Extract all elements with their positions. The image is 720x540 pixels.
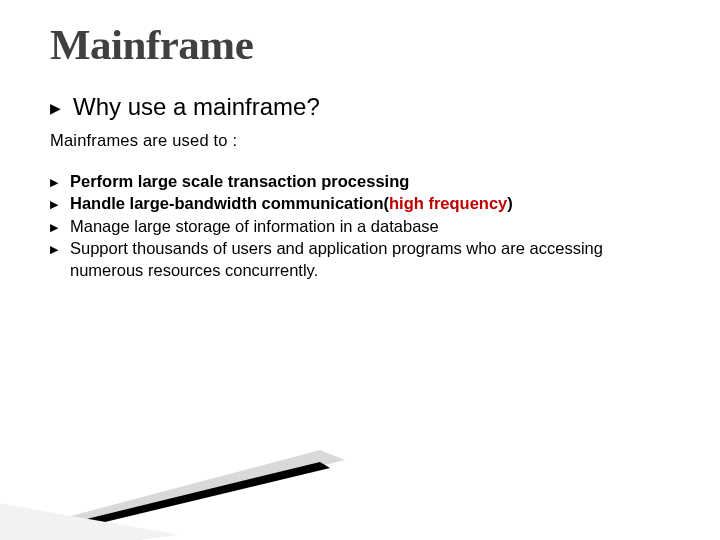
list-item: ▶ Perform large scale transaction proces… bbox=[50, 170, 670, 192]
list-item: ▶ Support thousands of users and applica… bbox=[50, 237, 670, 282]
subheading-row: ▶ Why use a mainframe? bbox=[50, 93, 670, 121]
svg-marker-1 bbox=[0, 462, 330, 540]
intro-text: Mainframes are used to : bbox=[50, 131, 670, 150]
bullet-prefix: Handle large-bandwidth communication( bbox=[70, 194, 389, 212]
bullet-highlight: high frequency bbox=[389, 194, 507, 212]
svg-marker-2 bbox=[0, 500, 180, 540]
chevron-right-icon: ▶ bbox=[50, 242, 58, 257]
chevron-right-icon: ▶ bbox=[50, 197, 58, 212]
bullet-text: Manage large storage of information in a… bbox=[70, 215, 670, 237]
bullet-suffix: ) bbox=[507, 194, 513, 212]
chevron-right-icon: ▶ bbox=[50, 220, 58, 235]
bullet-text: Support thousands of users and applicati… bbox=[70, 237, 670, 282]
bullet-text: Handle large-bandwidth communication(hig… bbox=[70, 192, 670, 214]
bullet-text: Perform large scale transaction processi… bbox=[70, 170, 670, 192]
bullet-list: ▶ Perform large scale transaction proces… bbox=[50, 170, 670, 281]
slide-title: Mainframe bbox=[50, 20, 670, 69]
list-item: ▶ Handle large-bandwidth communication(h… bbox=[50, 192, 670, 214]
chevron-right-icon: ▶ bbox=[50, 100, 61, 116]
subheading-text: Why use a mainframe? bbox=[73, 93, 320, 121]
chevron-right-icon: ▶ bbox=[50, 175, 58, 190]
list-item: ▶ Manage large storage of information in… bbox=[50, 215, 670, 237]
svg-marker-0 bbox=[0, 450, 345, 540]
decorative-wedge-icon bbox=[0, 430, 350, 540]
slide: Mainframe ▶ Why use a mainframe? Mainfra… bbox=[0, 0, 720, 540]
